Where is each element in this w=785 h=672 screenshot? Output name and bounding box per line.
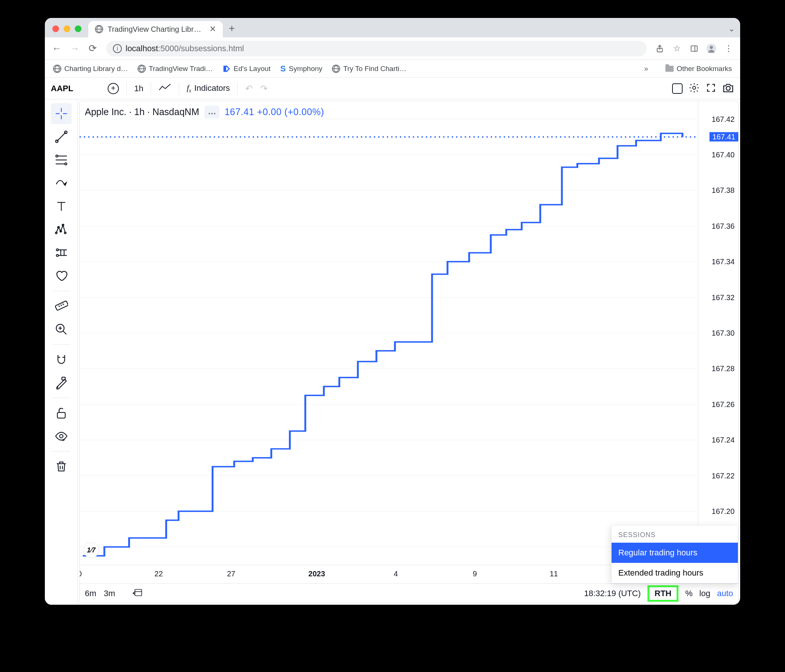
y-tick-label: 167.30 [712,329,735,338]
undo-button[interactable]: ↶ [245,83,253,94]
auto-scale-button[interactable]: auto [717,589,733,599]
hide-drawings-tool[interactable] [51,426,72,447]
lock-drawings-tool[interactable] [51,372,72,393]
bookmarks-overflow-button[interactable]: » [644,64,648,73]
x-tick-label: 9 [473,570,477,578]
percent-button[interactable]: % [685,589,693,599]
close-window-button[interactable] [52,25,59,32]
site-info-icon[interactable]: i [113,44,122,53]
y-tick-label: 167.28 [712,364,735,373]
new-tab-button[interactable]: + [223,22,241,38]
x-tick-label: 0 [79,570,82,578]
svg-point-18 [65,163,67,165]
legend-title[interactable]: Apple Inc. · 1h · NasdaqNM [85,106,199,117]
symbol-input[interactable]: AAPL [51,84,73,94]
kebab-menu-icon[interactable]: ⋮ [721,42,736,56]
favicon: S [280,64,286,73]
browser-tab[interactable]: TradingView Charting Library d ✕ [88,21,223,38]
trash-tool[interactable] [51,456,72,477]
timeframe-button[interactable]: 1h [134,84,143,94]
svg-point-43 [59,434,63,438]
log-button[interactable]: log [699,589,710,599]
fib-tool[interactable] [51,150,72,170]
sessions-option-regular[interactable]: Regular trading hours [611,543,738,563]
svg-point-46 [209,113,210,114]
url-bar-row: ← → ⟳ i localhost:5000/subsessions.html … [45,38,740,60]
bottom-bar: 6m 3m 18:32:19 (UTC) RTH % log auto [80,583,738,603]
range-3m-button[interactable]: 3m [104,589,116,599]
globe-icon [332,65,340,73]
x-tick-label: 4 [394,570,398,578]
svg-point-4 [710,45,713,49]
bookmark-item[interactable]: Try To Find Charti… [329,65,409,73]
sessions-button[interactable]: RTH [647,585,679,602]
price-plot[interactable]: 1⁄7 [80,101,698,565]
svg-line-12 [57,132,66,141]
side-panel-icon[interactable] [687,42,701,56]
window-controls [50,25,88,38]
text-tool[interactable] [51,196,72,217]
y-tick-label: 167.32 [712,293,735,302]
magnet-tool[interactable] [51,349,72,370]
price-axis[interactable]: 167.18167.20167.22167.24167.26167.28167.… [698,101,738,565]
tradingview-logo[interactable]: 1⁄7 [83,542,99,558]
x-tick-label: 11 [550,570,558,578]
sessions-option-extended[interactable]: Extended trading hours [611,563,738,583]
svg-rect-1 [691,45,697,51]
globe-icon [53,65,61,73]
settings-gear-icon[interactable] [688,82,700,95]
maximize-window-button[interactable] [75,25,81,32]
globe-icon [138,65,146,73]
price-highlight: 167.41 [710,132,738,142]
compare-button[interactable]: + [108,83,119,94]
range-6m-button[interactable]: 6m [85,589,97,599]
back-button[interactable]: ← [49,41,64,56]
favorite-heart-tool[interactable] [51,266,72,286]
pattern-tool[interactable] [51,219,72,240]
y-tick-label: 167.24 [712,436,735,444]
fullscreen-icon[interactable] [706,83,716,95]
legend-options-button[interactable] [205,106,219,118]
other-bookmarks-folder[interactable]: Other Bookmarks [662,65,735,73]
svg-line-33 [61,304,62,306]
svg-line-34 [63,303,64,305]
bookmark-item[interactable]: TradingView Tradi… [134,65,216,73]
close-tab-icon[interactable]: ✕ [210,24,216,34]
lock-tool[interactable] [51,403,72,424]
y-tick-label: 167.36 [712,222,735,230]
reload-button[interactable]: ⟳ [85,41,100,56]
x-tick-label: 27 [227,570,235,578]
bookmark-item[interactable]: Ed's Layout [219,65,274,73]
x-tick-label: 2023 [308,570,325,578]
bookmark-item[interactable]: Charting Library d… [50,65,131,73]
minimize-window-button[interactable] [64,25,70,32]
clock-label[interactable]: 18:32:19 (UTC) [584,589,641,599]
crosshair-tool[interactable] [51,103,72,124]
profile-icon[interactable] [704,42,718,56]
svg-line-32 [58,305,59,307]
bookmark-star-icon[interactable]: ☆ [670,42,684,56]
address-bar[interactable]: i localhost:5000/subsessions.html [106,41,647,56]
share-icon[interactable] [653,42,667,56]
svg-point-48 [214,113,215,114]
sessions-popup: SESSIONS Regular trading hours Extended … [611,526,738,583]
titlebar: TradingView Charting Library d ✕ + ⌄ [45,18,740,38]
y-tick-label: 167.42 [712,115,735,123]
brush-tool[interactable] [51,173,72,194]
trendline-tool[interactable] [51,126,72,147]
goto-date-button[interactable] [132,588,143,599]
chart-style-button[interactable] [158,83,171,94]
forward-button[interactable]: → [67,41,82,56]
redo-button[interactable]: ↷ [260,83,267,94]
forecast-tool[interactable] [51,242,72,263]
bookmark-item[interactable]: SSymphony [277,64,325,73]
ruler-tool[interactable] [51,295,72,317]
zoom-tool[interactable] [51,319,72,340]
y-tick-label: 167.40 [712,151,735,159]
layout-button[interactable] [672,83,683,94]
snapshot-camera-icon[interactable] [722,83,734,95]
y-tick-label: 167.22 [712,471,735,480]
tab-list-button[interactable]: ⌄ [728,24,735,38]
indicators-button[interactable]: fxIndicators [186,83,230,94]
browser-window: TradingView Charting Library d ✕ + ⌄ ← →… [45,18,740,605]
